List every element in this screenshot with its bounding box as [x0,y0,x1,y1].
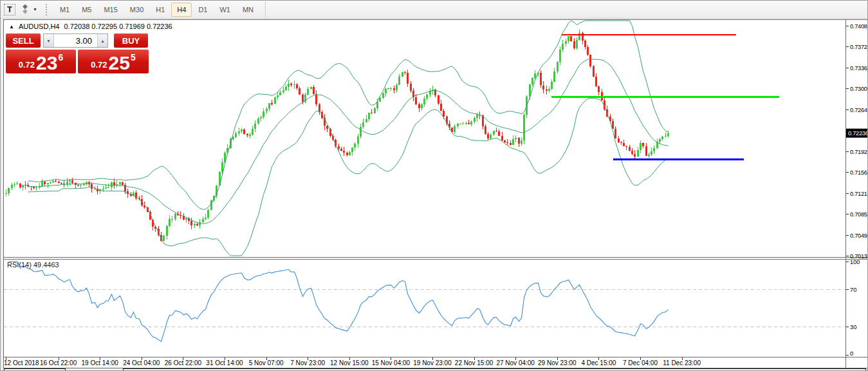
buy-price-big: 25 [109,54,130,72]
text-tool-button[interactable]: T [4,3,15,17]
time-axis-label: 29 Nov 23:00 [538,359,577,366]
rsi-axis-label: 70 [850,287,856,293]
sell-price-big: 23 [36,54,57,72]
sell-price-prefix: 0.72 [19,60,35,70]
toolbar-grip [46,4,49,15]
buy-button[interactable]: BUY [114,33,148,48]
volume-stepper: ▼ 3.00 ▲ [43,33,108,48]
buy-price-prefix: 0.72 [91,60,107,70]
time-axis-label: 19 Oct 14:00 [82,359,119,366]
current-price-tag-text: 0.72236 [848,130,868,137]
rsi-indicator-label: RSI(14) 49.4463 [7,261,59,269]
timeframe-button-m30[interactable]: M30 [124,3,149,17]
time-axis-label: 26 Oct 22:00 [165,359,202,366]
price-axis-label: 0.73720 [850,44,868,50]
price-axis-label: 0.71920 [850,149,868,155]
toolbar: T ▼ M1M5M15M30H1H4D1W1MN [1,1,867,19]
volume-increase-button[interactable]: ▲ [97,34,107,47]
time-axis-label: 31 Oct 14:00 [206,359,243,366]
sell-price-box[interactable]: 0.72 23 6 [6,50,76,73]
timeframe-button-m1[interactable]: M1 [54,3,75,17]
volume-input[interactable]: 3.00 [54,34,97,47]
time-axis-label: 27 Nov 04:00 [496,359,535,366]
timeframe-button-d1[interactable]: D1 [192,3,213,17]
price-axis-label: 0.74080 [850,23,868,30]
minimized-window-edge[interactable] [124,369,866,371]
sell-price-pip: 6 [58,52,63,62]
price-axis-label: 0.71210 [850,191,868,197]
time-axis-label: 19 Nov 23:00 [413,359,452,366]
timeframe-button-w1[interactable]: W1 [214,3,236,17]
time-axis-label: 15 Nov 04:00 [372,359,411,366]
timeframe-button-h4[interactable]: H4 [171,3,192,17]
ohlc-label: 0.72038 0.72295 0.71969 0.72236 [64,23,172,30]
collapse-panel-icon[interactable]: ▲ [9,24,14,30]
timeframe-button-h1[interactable]: H1 [150,3,171,17]
time-axis-label: 11 Dec 23:00 [663,359,701,366]
mt4-window: T ▼ M1M5M15M30H1H4D1W1MN 0.740800.737200… [0,0,868,371]
buy-price-pip: 5 [131,52,136,62]
price-axis-label: 0.70850 [850,211,868,218]
time-axis-label: 4 Dec 15:00 [581,359,616,366]
sell-button[interactable]: SELL [6,33,41,48]
time-axis-label: 7 Nov 23:00 [290,359,325,366]
time-axis-label: 22 Nov 15:00 [455,359,494,366]
timeframe-button-mn[interactable]: MN [237,3,259,17]
buy-price-box[interactable]: 0.72 25 5 [78,50,149,73]
time-axis-label: 7 Dec 04:00 [623,359,658,366]
time-axis-label: 24 Oct 04:00 [123,359,160,366]
symbol-period-label: AUDUSD,H4 [19,23,60,30]
rsi-axis-label: 100 [850,259,860,265]
text-tool-icon: T [4,4,15,15]
time-axis-label: 16 Oct 22:00 [40,359,77,366]
volume-decrease-button[interactable]: ▼ [44,34,54,47]
time-axis-label: 5 Nov 07:00 [249,359,284,366]
price-axis-label: 0.71560 [850,169,868,176]
price-axis-label: 0.73000 [850,86,868,92]
price-axis-label: 0.72640 [850,107,868,113]
rsi-axis-label: 30 [850,324,856,330]
time-axis-label: 12 Oct 2018 [4,359,39,366]
timeframe-button-m15[interactable]: M15 [98,3,123,17]
toolbar-separator [265,2,266,17]
minimized-window-edge[interactable] [5,369,66,371]
chevron-down-icon: ▼ [33,7,37,12]
one-click-trading-panel: SELL ▼ 3.00 ▲ BUY 0.72 23 6 0.72 25 5 [6,33,149,73]
arrows-tool-button[interactable]: ▼ [18,3,39,17]
arrows-icon [20,5,30,14]
rsi-axis-label: 0 [850,350,853,357]
timeframe-button-m5[interactable]: M5 [76,3,97,17]
time-axis-label: 12 Nov 15:00 [330,359,369,366]
price-axis-label: 0.73360 [850,65,868,71]
timeframe-toolbar: M1M5M15M30H1H4D1W1MN [54,3,260,17]
chart-title-row: ▲ AUDUSD,H4 0.72038 0.72295 0.71969 0.72… [9,23,172,30]
price-axis-label: 0.70490 [850,233,868,239]
